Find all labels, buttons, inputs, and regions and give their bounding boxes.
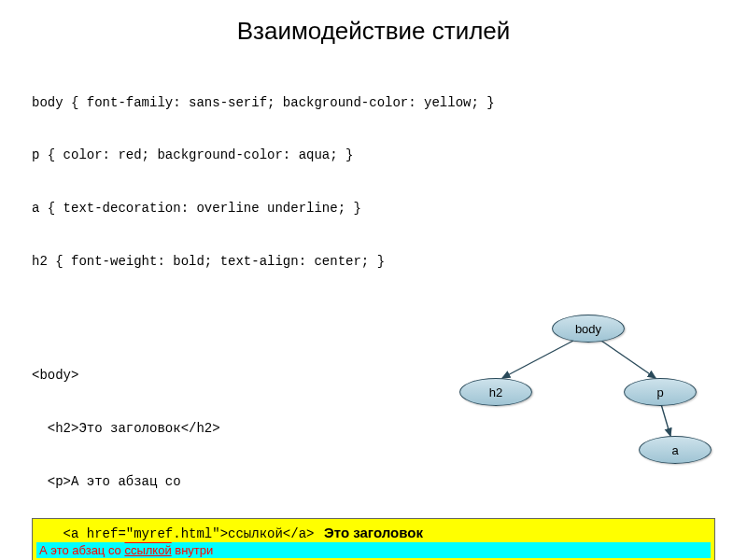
middle-row: <body> <h2>Это заголовок</h2> <p>А это а…	[32, 305, 715, 501]
html-code-block: <body> <h2>Это заголовок</h2> <p>А это а…	[32, 331, 314, 560]
svg-line-1	[601, 341, 655, 378]
html-line: <a href="myref.html">ссылкой</a>	[32, 525, 314, 543]
slide-title: Взаимодействие стилей	[32, 17, 715, 46]
css-code-block: body { font-family: sans-serif; backgrou…	[32, 59, 715, 305]
tree-diagram: body h2 p a	[416, 305, 715, 492]
html-line: <h2>Это заголовок</h2>	[32, 420, 314, 438]
css-line: a { text-decoration: overline underline;…	[32, 200, 715, 217]
html-line: <body>	[32, 367, 314, 385]
html-line: <p>А это абзац со	[32, 473, 314, 491]
slide: Взаимодействие стилей body { font-family…	[0, 0, 747, 560]
css-line: p { color: red; background-color: aqua; …	[32, 147, 715, 164]
svg-line-0	[502, 341, 573, 378]
svg-line-2	[661, 404, 670, 436]
css-line: h2 { font-weight: bold; text-align: cent…	[32, 253, 715, 271]
css-line: body { font-family: sans-serif; backgrou…	[32, 94, 715, 112]
